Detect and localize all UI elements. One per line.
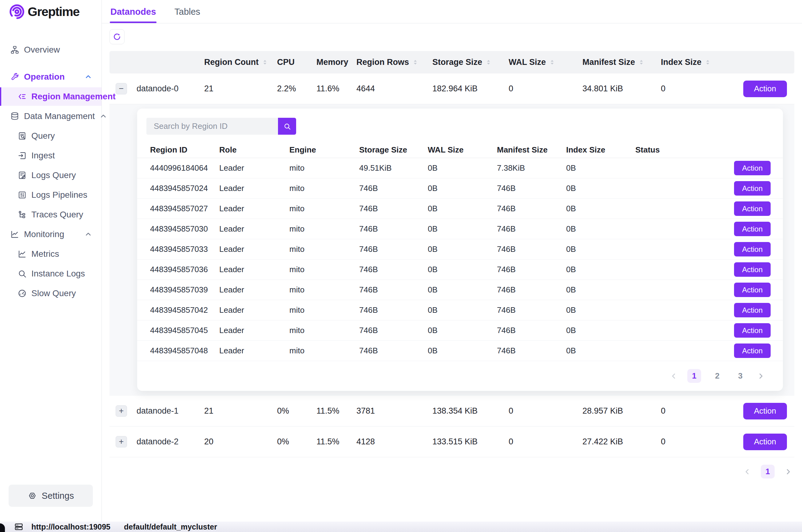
line-chart-icon <box>10 230 19 239</box>
chevron-up-icon[interactable] <box>84 230 92 238</box>
page-number[interactable]: 3 <box>733 369 747 383</box>
cell-memory: 11.5% <box>317 406 357 416</box>
sidebar-group-operation[interactable]: Operation <box>0 67 101 87</box>
sidebar-item-logs-query[interactable]: Logs Query <box>0 166 101 185</box>
tab-bar: Datanodes Tables <box>102 0 802 23</box>
previous-page-icon[interactable] <box>743 468 751 476</box>
region-detail-panel: Region IDRoleEngineStorage SizeWAL SizeM… <box>110 104 794 396</box>
sort-icon[interactable] <box>549 59 556 66</box>
cell-region-id: 4483945857048 <box>137 346 219 356</box>
page-number[interactable]: 1 <box>687 369 701 383</box>
sliders-icon <box>18 190 27 200</box>
action-button[interactable]: Action <box>734 283 771 297</box>
previous-page-icon[interactable] <box>669 372 678 380</box>
search-icon <box>283 122 291 130</box>
sidebar-group-monitoring[interactable]: Monitoring <box>0 225 101 244</box>
region-row: 4440996184064 Leader mito 49.51KiB 0B 7.… <box>137 158 783 178</box>
sort-icon[interactable] <box>485 59 492 66</box>
action-button[interactable]: Action <box>734 262 771 277</box>
region-search-button[interactable] <box>278 118 296 135</box>
next-page-icon[interactable] <box>784 468 793 476</box>
column-header[interactable]: Storage Size <box>432 57 509 67</box>
action-button[interactable]: Action <box>743 403 787 419</box>
cell-role: Leader <box>219 204 289 213</box>
expand-row-button[interactable]: + <box>116 405 127 417</box>
collapse-row-button[interactable]: − <box>116 83 127 94</box>
sort-icon[interactable] <box>704 59 711 66</box>
cell-wal-size: 0 <box>509 84 583 94</box>
sidebar-item-metrics[interactable]: Metrics <box>0 244 101 264</box>
tab-datanodes[interactable]: Datanodes <box>110 7 156 23</box>
cell-wal-size: 0B <box>428 245 497 254</box>
action-button[interactable]: Action <box>734 242 771 256</box>
cell-region-id: 4483945857045 <box>137 326 219 335</box>
sidebar-item-overview[interactable]: Overview <box>0 40 101 60</box>
sidebar-item-traces-query[interactable]: Traces Query <box>0 205 101 225</box>
cell-engine: mito <box>289 265 359 274</box>
sidebar-item-slow-query[interactable]: Slow Query <box>0 284 101 303</box>
sidebar-group-data-management[interactable]: Data Management <box>0 107 101 126</box>
cell-role: Leader <box>219 285 289 294</box>
action-button[interactable]: Action <box>734 343 771 358</box>
action-button[interactable]: Action <box>734 323 771 338</box>
region-search-input[interactable] <box>146 118 278 135</box>
datanode-row: + datanode-1 21 0% 11.5% 3781 138.354 Ki… <box>110 396 794 426</box>
column-header[interactable]: Region Count <box>204 57 277 67</box>
sort-icon[interactable] <box>638 59 645 66</box>
column-header[interactable]: CPU <box>277 57 317 67</box>
cell-manifest-size: 28.957 KiB <box>583 406 661 416</box>
column-header-label: Status <box>635 145 725 155</box>
cell-wal-size: 0B <box>428 204 497 213</box>
cell-index-size: 0B <box>566 285 635 294</box>
action-button[interactable]: Action <box>743 434 787 450</box>
document-search-icon <box>18 131 27 140</box>
sidebar-item-query[interactable]: Query <box>0 126 101 146</box>
magnifier-icon <box>18 269 27 278</box>
action-button[interactable]: Action <box>743 80 787 97</box>
column-header[interactable]: WAL Size <box>509 57 583 67</box>
column-header[interactable]: Index Size <box>661 57 735 67</box>
server-url[interactable]: http://localhost:19095 <box>31 522 110 531</box>
cell-region-count: 20 <box>204 437 277 446</box>
cell-engine: mito <box>289 285 359 294</box>
sidebar-item-ingest[interactable]: Ingest <box>0 146 101 166</box>
region-row: 4483945857042 Leader mito 746B 0B 746B 0… <box>137 300 783 320</box>
cell-wal-size: 0B <box>428 285 497 294</box>
main-content: Datanodes Tables Region Count CPU Memory… <box>102 0 802 521</box>
datanode-rows-slot: + datanode-1 21 0% 11.5% 3781 138.354 Ki… <box>110 396 794 457</box>
column-header-label: Role <box>219 145 289 155</box>
action-button[interactable]: Action <box>734 181 771 195</box>
column-header[interactable]: Region Rows <box>357 57 432 67</box>
sidebar-item-label: Overview <box>24 45 60 55</box>
sidebar: Greptime Overview Operation <box>0 0 102 521</box>
column-header[interactable]: Manifest Size <box>583 57 661 67</box>
page-number[interactable]: 1 <box>761 465 775 478</box>
action-button[interactable]: Action <box>734 222 771 236</box>
sidebar-item-logs-pipelines[interactable]: Logs Pipelines <box>0 185 101 205</box>
expand-row-button[interactable]: + <box>116 436 127 448</box>
sidebar-item-label: Traces Query <box>31 210 83 220</box>
chevron-up-icon[interactable] <box>84 73 92 81</box>
cell-manifest-size: 27.422 KiB <box>583 437 661 446</box>
sort-icon[interactable] <box>412 59 419 66</box>
sidebar-item-instance-logs[interactable]: Instance Logs <box>0 264 101 284</box>
column-header[interactable]: Memory <box>317 57 357 67</box>
page-number[interactable]: 2 <box>710 369 724 383</box>
settings-button[interactable]: Settings <box>8 484 93 507</box>
tab-tables[interactable]: Tables <box>174 7 201 23</box>
server-icon <box>14 522 23 531</box>
cluster-name[interactable]: default/default_mycluster <box>124 522 217 531</box>
action-button[interactable]: Action <box>734 202 771 216</box>
cell-storage-size: 746B <box>359 285 428 294</box>
cell-index-size: 0B <box>566 326 635 335</box>
next-page-icon[interactable] <box>757 372 765 380</box>
cell-memory: 11.6% <box>317 84 357 94</box>
datanode-row: − datanode-0 21 2.2% 11.6% 4644 182.964 … <box>110 74 794 104</box>
greptime-logo-icon <box>8 3 25 20</box>
sidebar-item-region-management[interactable]: Region Management <box>0 87 101 106</box>
datanode-row: + datanode-2 20 0% 11.5% 4128 133.515 Ki… <box>110 426 794 457</box>
action-button[interactable]: Action <box>734 161 771 175</box>
sort-icon[interactable] <box>261 59 268 66</box>
refresh-button[interactable] <box>110 29 125 44</box>
action-button[interactable]: Action <box>734 303 771 317</box>
